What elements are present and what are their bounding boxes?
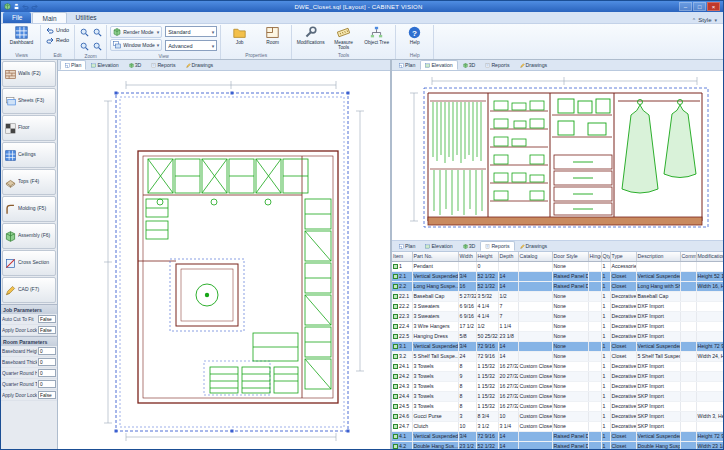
ribbon-tab-utilities[interactable]: Utilities (67, 12, 106, 23)
tab-elevation[interactable]: Elevation (420, 60, 457, 70)
column-header-qty[interactable]: Qty (601, 252, 610, 261)
column-header-hinge[interactable]: Hinge (588, 252, 601, 261)
table-row[interactable]: 22.5Hanging Dress5/850 25/3223 1/8None1D… (392, 331, 723, 341)
table-row[interactable]: 24.13 Towels81 15/3216 27/32Custom Close… (392, 361, 723, 371)
column-header-item[interactable]: Item (392, 252, 412, 261)
base-board[interactable] (428, 217, 702, 225)
zoom-out-button[interactable] (91, 26, 103, 39)
dashboard-button[interactable]: Dashboard (6, 25, 37, 45)
titlebar[interactable]: DWE_Closet.sql [Layout] - CABINET VISION… (1, 1, 723, 12)
elevation-canvas[interactable] (392, 71, 723, 241)
plan-drawing[interactable] (58, 71, 390, 449)
column-header-width[interactable]: Width (458, 252, 476, 261)
column-header-catalog[interactable]: Catalog (518, 252, 552, 261)
minimize-button[interactable]: – (679, 2, 692, 11)
sidebar-item-assembly-f6[interactable]: Assembly (F6) (2, 223, 56, 249)
maximize-button[interactable]: □ (693, 2, 706, 11)
table-row[interactable]: 22.23 Sweaters6 9/164 1/47None1Decorativ… (392, 301, 723, 311)
parameter-value[interactable]: 0 (38, 369, 56, 377)
column-header-depth[interactable]: Depth (498, 252, 518, 261)
table-row[interactable]: 24.7Clutch103 1/23 1/4Custom ClosetsNone… (392, 421, 723, 431)
table-row[interactable]: 22.1Baseball Cap5 27/323 5/321/2None1Dec… (392, 291, 723, 301)
table-row[interactable]: 24.23 Towels91 15/3220 27/32Custom Close… (392, 371, 723, 381)
zoom-in-button[interactable] (78, 26, 90, 39)
elevation-drawing[interactable] (392, 71, 723, 241)
ribbon-tab-file[interactable]: File (3, 12, 31, 23)
close-button[interactable]: × (707, 2, 720, 11)
tab-3d[interactable]: 3D (458, 60, 481, 70)
column-header-part-no[interactable]: Part No. (412, 252, 458, 261)
column-header-type[interactable]: Type (610, 252, 636, 261)
table-row[interactable]: 22.43 Wire Hangers17 1/21/21 1/4None1Dec… (392, 321, 723, 331)
tab-plan[interactable]: Plan (394, 241, 420, 251)
sidebar-item-cad-f7[interactable]: CAD (F7) (2, 277, 56, 303)
drawer-section[interactable] (552, 99, 612, 215)
tab-drawings[interactable]: Drawings (515, 60, 553, 70)
hanging-section[interactable] (430, 101, 486, 215)
room-button[interactable]: Room (257, 25, 288, 45)
table-row[interactable]: 4.2Double Hang Sus...23 1/252 1/3214Rais… (392, 441, 723, 449)
table-row[interactable]: 22.33 Sweaters6 9/164 1/47None1Decorativ… (392, 311, 723, 321)
ribbon-tab-main[interactable]: Main (32, 12, 66, 23)
table-row[interactable]: 24.33 Towels81 15/3216 27/32Custom Close… (392, 381, 723, 391)
table-row[interactable]: 1Pendant0None1Accessories (392, 261, 723, 271)
sidebar-item-floor[interactable]: Floor (2, 115, 56, 141)
save-icon[interactable] (13, 3, 20, 10)
tab-elevation[interactable]: Elevation (420, 241, 457, 251)
table-row[interactable]: 24.53 Towels81 15/3216 27/32Custom Close… (392, 401, 723, 411)
table-row[interactable]: 2.1Vertical Suspended3/452 1/3214Raised … (392, 271, 723, 281)
plan-cabinets-right[interactable] (305, 199, 331, 389)
shelf-section[interactable] (490, 101, 548, 201)
plan-island[interactable] (170, 259, 244, 331)
zoom-all-button[interactable] (91, 40, 103, 53)
parameter-value[interactable]: 0 (38, 380, 56, 388)
parameter-value[interactable]: False (38, 326, 56, 334)
tab-reports[interactable]: Reports (480, 60, 514, 70)
selection-outline[interactable] (424, 88, 708, 227)
tab-reports[interactable]: Reports (480, 241, 514, 251)
parameter-value[interactable]: 0 (38, 347, 56, 355)
style-dropdown[interactable]: ^ Style ▾ (693, 17, 721, 23)
modifications-button[interactable]: Modifications (295, 25, 326, 45)
help-button[interactable]: ?Help (399, 25, 430, 45)
zoom-window-button[interactable] (78, 40, 90, 53)
app-icon[interactable] (4, 3, 11, 10)
table-row[interactable]: 4.1Vertical Suspended3/472 9/1614Raised … (392, 431, 723, 441)
plan-cabinets-bottom[interactable] (204, 333, 298, 395)
tab-plan[interactable]: Plan (60, 60, 86, 70)
column-header-door-style[interactable]: Door Style (552, 252, 588, 261)
dress-section[interactable] (618, 100, 700, 194)
job-button[interactable]: Job (224, 25, 255, 45)
sidebar-item-sheets-f3[interactable]: Sheets (F3) (2, 88, 56, 114)
column-header-description[interactable]: Description (636, 252, 680, 261)
table-row[interactable]: 3.1Vertical Suspended3/472 9/1614None1Cl… (392, 341, 723, 351)
column-header-comment[interactable]: Comment (680, 252, 696, 261)
object-tree-button[interactable]: Object Tree (361, 25, 392, 45)
render-mode-button[interactable]: Render Mode▾ (110, 26, 162, 38)
tab-plan[interactable]: Plan (394, 60, 420, 70)
plan-cabinets-top[interactable] (148, 159, 308, 205)
tab-drawings[interactable]: Drawings (515, 241, 553, 251)
undo-icon[interactable] (22, 3, 29, 10)
tab-3d[interactable]: 3D (458, 241, 481, 251)
tab-drawings[interactable]: Drawings (181, 60, 219, 70)
collapse-ribbon-icon[interactable]: ^ (693, 17, 695, 23)
standard-combo[interactable]: Standard▾ (165, 26, 217, 37)
table-row[interactable]: 3.25 Shelf Tall Suspe...2472 9/1614None1… (392, 351, 723, 361)
parameter-value[interactable]: 0 (38, 358, 56, 366)
sidebar-item-ceilings[interactable]: Ceilings (2, 142, 56, 168)
table-row[interactable]: 24.43 Towels81 15/3216 27/32Custom Close… (392, 391, 723, 401)
parameter-value[interactable]: False (38, 391, 56, 399)
table-row[interactable]: 24.6Gucci Purse38 3/410Custom ClosetsNon… (392, 411, 723, 421)
sidebar-item-walls-f2[interactable]: Walls (F2) (2, 61, 56, 87)
advanced-combo[interactable]: Advanced▾ (165, 40, 217, 51)
measure-tools-button[interactable]: Measure Tools (328, 25, 359, 50)
column-header-modifications[interactable]: Modifications (696, 252, 723, 261)
plan-canvas[interactable] (58, 71, 390, 449)
plan-cabinets-left[interactable] (146, 199, 168, 239)
tab-elevation[interactable]: Elevation (86, 60, 123, 70)
window-mode-button[interactable]: Window Mode▾ (110, 39, 162, 51)
tab-3d[interactable]: 3D (124, 60, 147, 70)
tab-reports[interactable]: Reports (146, 60, 180, 70)
sidebar-item-tops-f4[interactable]: Tops (F4) (2, 169, 56, 195)
